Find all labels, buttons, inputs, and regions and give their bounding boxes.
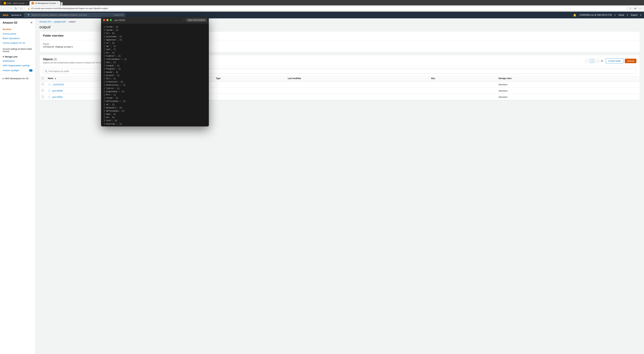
row-checkbox-part00001[interactable] bbox=[42, 96, 44, 98]
sidebar-feature-spotlight[interactable]: Feature spotlight 2 bbox=[0, 68, 35, 73]
breadcrumb-amazon-s3[interactable]: Amazon S3 bbox=[40, 21, 51, 23]
open-with-textedit-button[interactable]: Open with TextEdit bbox=[186, 18, 207, 22]
table-settings-icon[interactable]: ⚙ bbox=[601, 59, 603, 63]
app-layout: Amazon S3 ✕ Buckets Access points Batch … bbox=[0, 18, 644, 354]
sidebar-item-buckets[interactable]: Buckets bbox=[0, 27, 35, 32]
tab-favicon-emr bbox=[4, 2, 6, 5]
row-checkbox-success[interactable] bbox=[42, 83, 44, 85]
browser-tab-emr[interactable]: EMR – AWS Console ✕ bbox=[2, 1, 29, 6]
modified-part00000 bbox=[286, 88, 429, 94]
modified-success bbox=[286, 81, 429, 88]
marketplace-label: AWS Marketplace for S3 bbox=[4, 77, 28, 80]
file-link-part00000[interactable]: part-00000 bbox=[52, 90, 63, 92]
tab-close-emr[interactable]: ✕ bbox=[26, 2, 27, 5]
org-settings-label: AWS Organizations settings bbox=[3, 64, 30, 67]
storage-part00000: Standard bbox=[496, 88, 640, 94]
sidebar-storage-lens-group[interactable]: ▾ Storage Lens bbox=[0, 54, 35, 59]
search-icon: 🔍 bbox=[28, 14, 30, 16]
viewer-filename: part-00000 bbox=[114, 19, 125, 22]
browser-chrome: EMR – AWS Console ✕ S3 Management Consol… bbox=[0, 0, 644, 12]
col-size[interactable]: Size bbox=[429, 76, 496, 81]
account-label[interactable]: COMS6998-root @ 3363-8570-4730 bbox=[579, 14, 612, 16]
viewer-share-icon[interactable]: ↑ bbox=[184, 19, 184, 22]
bookmark-icon[interactable]: ☆ bbox=[628, 7, 632, 11]
forward-button[interactable]: → bbox=[8, 7, 12, 10]
address-bar[interactable]: 🔒 s3.console.aws.amazon.com/s3/buckets/p… bbox=[24, 7, 627, 11]
upload-button[interactable]: Upload bbox=[625, 59, 636, 63]
sidebar-item-access-points[interactable]: Access points bbox=[0, 32, 35, 36]
sidebar-title-row: Amazon S3 ✕ bbox=[0, 21, 35, 26]
sidebar-item-org-settings[interactable]: AWS Organizations settings bbox=[0, 63, 35, 68]
topnav-right: 🔔 COMS6998-root @ 3363-8570-4730 ▾ Globa… bbox=[573, 14, 641, 17]
viewer-minimize-dot[interactable] bbox=[106, 19, 108, 21]
select-all-checkbox-header bbox=[40, 76, 46, 81]
services-label: Services bbox=[11, 14, 20, 16]
breadcrumb-pyspark-job[interactable]: pyspark-job bbox=[54, 21, 66, 23]
viewer-maximize-dot[interactable] bbox=[110, 19, 112, 21]
feature-spotlight-badge: 2 bbox=[29, 69, 32, 72]
file-viewer: part-00000 ↑ Open with TextEdit ('Lorem'… bbox=[101, 17, 209, 126]
sidebar-close-button[interactable]: ✕ bbox=[30, 21, 32, 24]
account-chevron[interactable]: ▾ bbox=[614, 14, 616, 16]
tab-favicon-s3 bbox=[32, 2, 34, 5]
sidebar-divider bbox=[0, 74, 35, 75]
breadcrumb-output: output/ bbox=[69, 21, 76, 23]
sidebar-item-buckets-label: Buckets bbox=[3, 28, 11, 31]
objects-actions: ‹ 1 › ⚙ Create folder Upload bbox=[585, 59, 636, 63]
bell-icon[interactable]: 🔔 bbox=[573, 14, 576, 17]
extension-icon[interactable]: ⊕ bbox=[633, 7, 637, 11]
file-link-part00001[interactable]: part-00001 bbox=[52, 96, 63, 98]
pagination-next[interactable]: › bbox=[596, 59, 599, 63]
support-chevron[interactable]: ▾ bbox=[640, 14, 641, 16]
sidebar-item-dashboards[interactable]: Dashboards bbox=[0, 59, 35, 63]
aws-topnav: aws Services ▾ 🔍 Search for services, fe… bbox=[0, 12, 644, 18]
type-part00000: - bbox=[214, 88, 286, 94]
sidebar-item-access-analyzer-label: Access analyzer for S3 bbox=[3, 42, 25, 44]
col-modified-label: Last modified bbox=[288, 77, 301, 80]
region-label[interactable]: Global bbox=[618, 14, 624, 16]
sidebar-item-access-points-label: Access points bbox=[3, 33, 16, 35]
browser-tab-s3[interactable]: S3 Management Console ✕ bbox=[30, 1, 60, 6]
sidebar-account-settings[interactable]: Account settings for Block Public Access bbox=[0, 46, 35, 54]
col-modified[interactable]: Last modified bbox=[286, 76, 429, 81]
sidebar-item-batch-operations[interactable]: Batch Operations bbox=[0, 36, 35, 41]
col-type-label: Type bbox=[216, 77, 220, 80]
objects-title-text: Objects bbox=[43, 58, 53, 61]
aws-search-bar[interactable]: 🔍 Search for services, features, marketp… bbox=[24, 13, 125, 17]
sidebar-item-access-analyzer[interactable]: Access analyzer for S3 bbox=[0, 41, 35, 45]
size-success bbox=[429, 81, 496, 88]
sidebar: Amazon S3 ✕ Buckets Access points Batch … bbox=[0, 18, 35, 354]
region-chevron[interactable]: ▾ bbox=[627, 14, 628, 16]
objects-count: 3 bbox=[54, 58, 56, 61]
file-viewer-content: ('Lorem', 2) ('ipsum', 1) ('in', 6) ('pl… bbox=[101, 24, 209, 126]
services-button[interactable]: Services ▾ bbox=[11, 14, 22, 16]
tab-close-s3[interactable]: ✕ bbox=[57, 2, 58, 5]
file-link-success[interactable]: _SUCCESS bbox=[52, 83, 64, 86]
sidebar-marketplace[interactable]: ▸ AWS Marketplace for S3 bbox=[0, 76, 35, 81]
search-shortcut: [Option+S] bbox=[114, 14, 123, 16]
modified-part00001 bbox=[286, 94, 429, 100]
aws-logo: aws bbox=[3, 13, 8, 17]
search-icon: 🔍 bbox=[45, 70, 48, 73]
breadcrumb-sep-1: › bbox=[52, 21, 53, 23]
pagination: ‹ 1 › ⚙ bbox=[585, 59, 603, 63]
back-button[interactable]: ← bbox=[2, 7, 6, 10]
col-type[interactable]: Type bbox=[214, 76, 286, 81]
new-tab-button[interactable]: + bbox=[61, 2, 63, 6]
reload-button[interactable]: ↻ bbox=[14, 7, 18, 11]
more-icon[interactable]: ⋯ bbox=[638, 7, 642, 11]
size-part00000 bbox=[429, 88, 496, 94]
col-size-label: Size bbox=[431, 77, 435, 80]
viewer-close-dot[interactable] bbox=[103, 19, 105, 21]
file-viewer-header: part-00000 ↑ Open with TextEdit bbox=[101, 17, 209, 24]
row-checkbox-part00000[interactable] bbox=[42, 89, 44, 92]
create-folder-button[interactable]: Create folder bbox=[606, 59, 624, 63]
file-icon-part00001: 📄 bbox=[48, 96, 50, 98]
services-chevron: ▾ bbox=[20, 14, 22, 16]
pagination-prev[interactable]: ‹ bbox=[585, 59, 588, 63]
select-all-checkbox[interactable] bbox=[42, 77, 44, 79]
tab-label-s3: S3 Management Console bbox=[35, 2, 56, 4]
col-storage[interactable]: Storage class bbox=[496, 76, 640, 81]
home-button[interactable]: ⌂ bbox=[19, 7, 23, 10]
support-label[interactable]: Support bbox=[630, 14, 638, 16]
